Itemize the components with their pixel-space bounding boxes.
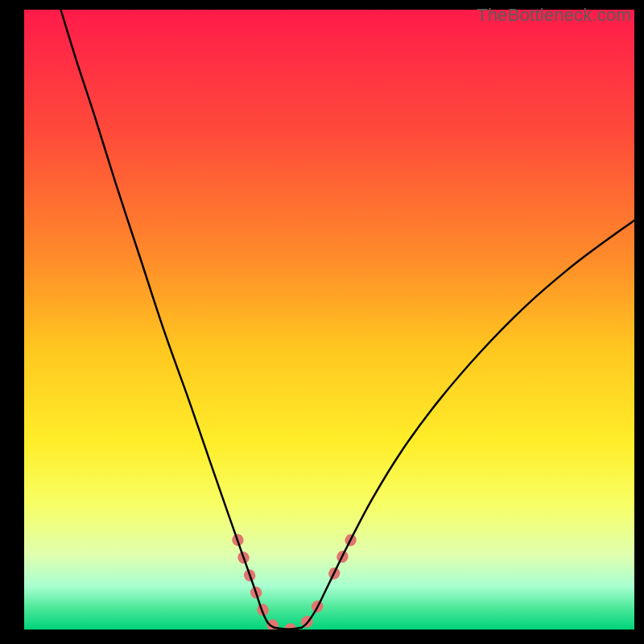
- chart-svg: [24, 10, 634, 630]
- watermark-text: TheBottleneck.com: [477, 5, 631, 26]
- gradient-background: [24, 10, 634, 630]
- chart-stage: TheBottleneck.com: [0, 0, 644, 644]
- chart-plot-area: [24, 10, 634, 630]
